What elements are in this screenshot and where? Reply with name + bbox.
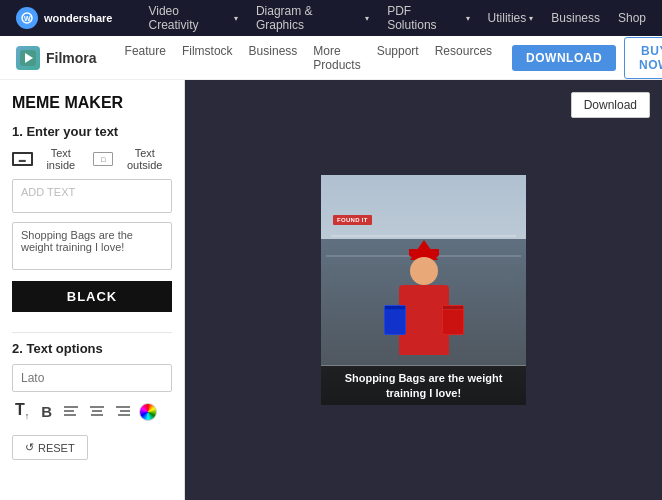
align-right-button[interactable] — [113, 403, 133, 421]
filmora-icon — [16, 46, 40, 70]
add-text-top-input[interactable] — [12, 179, 172, 213]
nav2-business[interactable]: Business — [249, 44, 298, 72]
wondershare-logo-icon: W — [16, 7, 38, 29]
buy-now-button[interactable]: BUY NOW — [624, 37, 662, 79]
bag-right — [442, 305, 464, 335]
section1-title: 1. Enter your text — [12, 124, 172, 139]
top-nav-items: Video Creativity ▾ Diagram & Graphics ▾ … — [148, 4, 646, 32]
text-format-row: T↑ B — [12, 400, 172, 423]
reset-button[interactable]: ↺ RESET — [12, 435, 88, 460]
align-left-button[interactable] — [61, 403, 81, 421]
second-nav: Filmora Feature Filmstock Business More … — [0, 36, 662, 80]
color-picker[interactable] — [139, 403, 157, 421]
nav2-more-products[interactable]: More Products — [313, 44, 360, 72]
chevron-down-icon: ▾ — [529, 14, 533, 23]
text-outside-btn[interactable]: □ Text outside — [93, 147, 172, 171]
nav-item-pdf-solutions[interactable]: PDF Solutions ▾ — [387, 4, 469, 32]
canvas-download-button[interactable]: Download — [571, 92, 650, 118]
meme-maker-title: MEME MAKER — [12, 94, 172, 112]
sidebar: MEME MAKER 1. Enter your text ▬ Text ins… — [0, 80, 185, 500]
nav-item-video-creativity[interactable]: Video Creativity ▾ — [148, 4, 237, 32]
text-size-button[interactable]: T↑ — [12, 400, 32, 423]
nav2-support[interactable]: Support — [377, 44, 419, 72]
nav2-feature[interactable]: Feature — [125, 44, 166, 72]
nav-item-utilities[interactable]: Utilities ▾ — [488, 11, 534, 25]
found-it-tag: FOUND IT — [333, 215, 372, 225]
section2-title: 2. Text options — [12, 341, 172, 356]
text-options-row: ▬ Text inside □ Text outside — [12, 147, 172, 171]
escalator-line — [331, 235, 516, 237]
color-black-button[interactable]: BLACK — [12, 281, 172, 312]
top-nav: W wondershare Video Creativity ▾ Diagram… — [0, 0, 662, 36]
main-layout: MEME MAKER 1. Enter your text ▬ Text ins… — [0, 80, 662, 500]
svg-text:W: W — [24, 15, 31, 22]
canvas-area: FOUND IT Shopping Bags are the weight tr… — [185, 80, 662, 500]
reset-icon: ↺ — [25, 441, 34, 454]
section-divider — [12, 332, 172, 333]
text-outside-icon: □ — [93, 152, 114, 166]
nav-item-shop[interactable]: Shop — [618, 11, 646, 25]
chevron-down-icon: ▾ — [466, 14, 470, 23]
second-nav-items: Feature Filmstock Business More Products… — [125, 44, 492, 72]
logo-text: wondershare — [44, 12, 112, 24]
meme-caption: Shopping Bags are the weight training I … — [321, 366, 526, 405]
logo[interactable]: W wondershare — [16, 7, 112, 29]
nav2-resources[interactable]: Resources — [435, 44, 492, 72]
second-nav-right: DOWNLOAD BUY NOW — [512, 37, 662, 79]
meme-container: FOUND IT Shopping Bags are the weight tr… — [321, 175, 526, 405]
filmora-brand[interactable]: Filmora — [16, 46, 97, 70]
chevron-down-icon: ▾ — [365, 14, 369, 23]
download-area: Download — [571, 92, 650, 118]
person-head — [410, 257, 438, 285]
nav-item-business[interactable]: Business — [551, 11, 600, 25]
nav2-filmstock[interactable]: Filmstock — [182, 44, 233, 72]
bold-button[interactable]: B — [38, 402, 55, 421]
hat-brim — [409, 249, 439, 257]
font-selector-input[interactable] — [12, 364, 172, 392]
text-inside-btn[interactable]: ▬ Text inside — [12, 147, 85, 171]
align-center-button[interactable] — [87, 403, 107, 421]
filmora-name: Filmora — [46, 50, 97, 66]
meme-person — [384, 245, 464, 365]
add-text-bottom-input[interactable]: Shopping Bags are the weight training I … — [12, 222, 172, 270]
nav-item-diagram-graphics[interactable]: Diagram & Graphics ▾ — [256, 4, 369, 32]
download-button[interactable]: DOWNLOAD — [512, 45, 616, 71]
text-inside-icon: ▬ — [12, 152, 33, 166]
bag-left — [384, 305, 406, 335]
chevron-down-icon: ▾ — [234, 14, 238, 23]
